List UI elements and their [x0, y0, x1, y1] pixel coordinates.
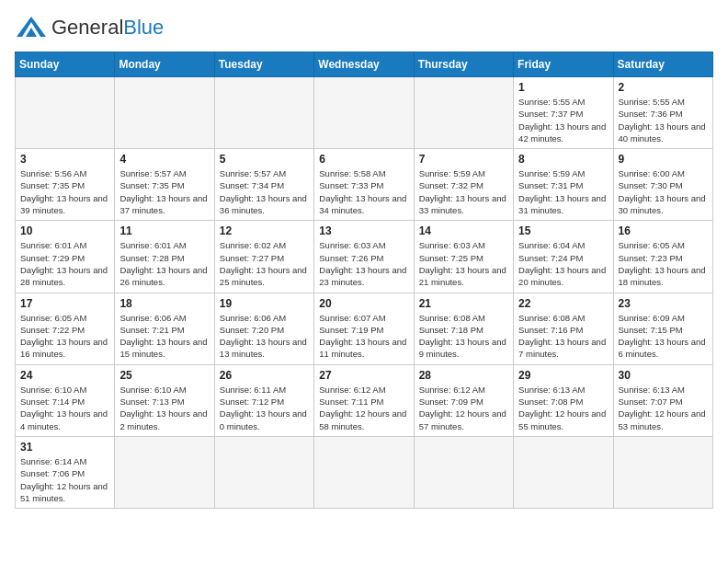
- day-header-monday: Monday: [115, 52, 214, 77]
- day-info: Sunrise: 5:59 AM Sunset: 7:31 PM Dayligh…: [518, 167, 608, 216]
- header: GeneralBlue: [15, 15, 713, 40]
- day-number: 6: [319, 153, 408, 166]
- day-info: Sunrise: 6:12 AM Sunset: 7:11 PM Dayligh…: [319, 384, 408, 432]
- calendar-cell: 24Sunrise: 6:10 AM Sunset: 7:14 PM Dayli…: [16, 364, 115, 436]
- calendar-cell: 8Sunrise: 5:59 AM Sunset: 7:31 PM Daylig…: [514, 149, 613, 221]
- calendar-cell: [414, 436, 513, 508]
- calendar-cell: [214, 77, 313, 149]
- calendar-cell: 31Sunrise: 6:14 AM Sunset: 7:06 PM Dayli…: [16, 436, 115, 508]
- day-info: Sunrise: 6:05 AM Sunset: 7:23 PM Dayligh…: [619, 239, 708, 288]
- day-number: 17: [20, 297, 109, 310]
- calendar-cell: 27Sunrise: 6:12 AM Sunset: 7:11 PM Dayli…: [314, 364, 414, 436]
- day-info: Sunrise: 6:11 AM Sunset: 7:12 PM Dayligh…: [220, 384, 309, 432]
- day-number: 22: [518, 297, 608, 310]
- calendar-cell: [514, 436, 613, 508]
- calendar: SundayMondayTuesdayWednesdayThursdayFrid…: [15, 52, 713, 509]
- day-number: 18: [119, 297, 209, 310]
- calendar-cell: 9Sunrise: 6:00 AM Sunset: 7:30 PM Daylig…: [613, 149, 712, 221]
- day-info: Sunrise: 5:59 AM Sunset: 7:32 PM Dayligh…: [419, 167, 508, 216]
- day-info: Sunrise: 6:08 AM Sunset: 7:16 PM Dayligh…: [518, 312, 608, 361]
- day-number: 20: [319, 297, 408, 310]
- week-row-4: 17Sunrise: 6:05 AM Sunset: 7:22 PM Dayli…: [16, 293, 713, 364]
- logo-text: GeneralBlue: [51, 17, 164, 38]
- day-number: 10: [20, 224, 109, 237]
- day-number: 21: [419, 297, 508, 310]
- calendar-cell: 25Sunrise: 6:10 AM Sunset: 7:13 PM Dayli…: [115, 364, 214, 436]
- logo: GeneralBlue: [15, 15, 164, 40]
- day-number: 8: [518, 153, 608, 166]
- calendar-cell: 29Sunrise: 6:13 AM Sunset: 7:08 PM Dayli…: [514, 364, 613, 436]
- day-info: Sunrise: 5:56 AM Sunset: 7:35 PM Dayligh…: [20, 167, 109, 216]
- day-info: Sunrise: 6:13 AM Sunset: 7:07 PM Dayligh…: [619, 384, 708, 432]
- day-number: 12: [220, 224, 309, 237]
- day-number: 11: [119, 224, 209, 237]
- day-info: Sunrise: 6:03 AM Sunset: 7:26 PM Dayligh…: [319, 239, 408, 288]
- day-number: 31: [20, 441, 109, 454]
- day-info: Sunrise: 5:55 AM Sunset: 7:36 PM Dayligh…: [619, 96, 708, 144]
- calendar-cell: [115, 436, 214, 508]
- day-number: 2: [619, 81, 708, 94]
- calendar-cell: 1Sunrise: 5:55 AM Sunset: 7:37 PM Daylig…: [514, 77, 613, 149]
- day-info: Sunrise: 6:05 AM Sunset: 7:22 PM Dayligh…: [20, 312, 109, 361]
- day-info: Sunrise: 6:14 AM Sunset: 7:06 PM Dayligh…: [20, 455, 109, 504]
- day-info: Sunrise: 6:04 AM Sunset: 7:24 PM Dayligh…: [518, 239, 608, 288]
- day-number: 19: [220, 297, 309, 310]
- calendar-cell: [16, 77, 115, 149]
- week-row-2: 3Sunrise: 5:56 AM Sunset: 7:35 PM Daylig…: [16, 149, 713, 221]
- week-row-1: 1Sunrise: 5:55 AM Sunset: 7:37 PM Daylig…: [16, 77, 713, 149]
- day-info: Sunrise: 6:10 AM Sunset: 7:13 PM Dayligh…: [119, 384, 209, 432]
- day-info: Sunrise: 6:01 AM Sunset: 7:29 PM Dayligh…: [20, 239, 109, 288]
- calendar-cell: 12Sunrise: 6:02 AM Sunset: 7:27 PM Dayli…: [214, 221, 313, 293]
- calendar-cell: 3Sunrise: 5:56 AM Sunset: 7:35 PM Daylig…: [16, 149, 115, 221]
- calendar-cell: [115, 77, 214, 149]
- calendar-cell: 13Sunrise: 6:03 AM Sunset: 7:26 PM Dayli…: [314, 221, 414, 293]
- day-header-tuesday: Tuesday: [214, 52, 313, 77]
- day-number: 13: [319, 224, 408, 237]
- day-info: Sunrise: 5:57 AM Sunset: 7:34 PM Dayligh…: [220, 167, 309, 216]
- calendar-cell: 30Sunrise: 6:13 AM Sunset: 7:07 PM Dayli…: [613, 364, 712, 436]
- day-number: 4: [119, 153, 209, 166]
- day-info: Sunrise: 6:10 AM Sunset: 7:14 PM Dayligh…: [20, 384, 109, 432]
- day-number: 29: [518, 369, 608, 382]
- calendar-cell: 5Sunrise: 5:57 AM Sunset: 7:34 PM Daylig…: [214, 149, 313, 221]
- day-info: Sunrise: 6:03 AM Sunset: 7:25 PM Dayligh…: [419, 239, 508, 288]
- day-header-saturday: Saturday: [613, 52, 712, 77]
- day-info: Sunrise: 6:02 AM Sunset: 7:27 PM Dayligh…: [220, 239, 309, 288]
- logo-icon: [15, 15, 48, 40]
- week-row-3: 10Sunrise: 6:01 AM Sunset: 7:29 PM Dayli…: [16, 221, 713, 293]
- day-number: 25: [119, 369, 209, 382]
- day-number: 28: [419, 369, 508, 382]
- calendar-cell: 22Sunrise: 6:08 AM Sunset: 7:16 PM Dayli…: [514, 293, 613, 364]
- day-header-sunday: Sunday: [16, 52, 115, 77]
- day-number: 5: [220, 153, 309, 166]
- calendar-cell: 6Sunrise: 5:58 AM Sunset: 7:33 PM Daylig…: [314, 149, 414, 221]
- week-row-6: 31Sunrise: 6:14 AM Sunset: 7:06 PM Dayli…: [16, 436, 713, 508]
- day-info: Sunrise: 6:06 AM Sunset: 7:20 PM Dayligh…: [220, 312, 309, 361]
- day-info: Sunrise: 6:12 AM Sunset: 7:09 PM Dayligh…: [419, 384, 508, 432]
- day-number: 30: [619, 369, 708, 382]
- calendar-cell: [414, 77, 513, 149]
- day-info: Sunrise: 6:07 AM Sunset: 7:19 PM Dayligh…: [319, 312, 408, 361]
- day-number: 3: [20, 153, 109, 166]
- day-info: Sunrise: 5:55 AM Sunset: 7:37 PM Dayligh…: [518, 96, 608, 144]
- day-info: Sunrise: 6:01 AM Sunset: 7:28 PM Dayligh…: [119, 239, 209, 288]
- day-number: 14: [419, 224, 508, 237]
- calendar-cell: 19Sunrise: 6:06 AM Sunset: 7:20 PM Dayli…: [214, 293, 313, 364]
- calendar-cell: [314, 436, 414, 508]
- calendar-cell: 17Sunrise: 6:05 AM Sunset: 7:22 PM Dayli…: [16, 293, 115, 364]
- day-number: 27: [319, 369, 408, 382]
- day-number: 1: [518, 81, 608, 94]
- days-header-row: SundayMondayTuesdayWednesdayThursdayFrid…: [16, 52, 713, 77]
- week-row-5: 24Sunrise: 6:10 AM Sunset: 7:14 PM Dayli…: [16, 364, 713, 436]
- day-info: Sunrise: 6:06 AM Sunset: 7:21 PM Dayligh…: [119, 312, 209, 361]
- calendar-cell: 23Sunrise: 6:09 AM Sunset: 7:15 PM Dayli…: [613, 293, 712, 364]
- calendar-cell: 21Sunrise: 6:08 AM Sunset: 7:18 PM Dayli…: [414, 293, 513, 364]
- calendar-cell: 10Sunrise: 6:01 AM Sunset: 7:29 PM Dayli…: [16, 221, 115, 293]
- day-info: Sunrise: 6:09 AM Sunset: 7:15 PM Dayligh…: [619, 312, 708, 361]
- calendar-cell: 4Sunrise: 5:57 AM Sunset: 7:35 PM Daylig…: [115, 149, 214, 221]
- calendar-cell: 14Sunrise: 6:03 AM Sunset: 7:25 PM Dayli…: [414, 221, 513, 293]
- day-info: Sunrise: 5:58 AM Sunset: 7:33 PM Dayligh…: [319, 167, 408, 216]
- day-info: Sunrise: 6:00 AM Sunset: 7:30 PM Dayligh…: [619, 167, 708, 216]
- calendar-cell: [314, 77, 414, 149]
- day-header-thursday: Thursday: [414, 52, 513, 77]
